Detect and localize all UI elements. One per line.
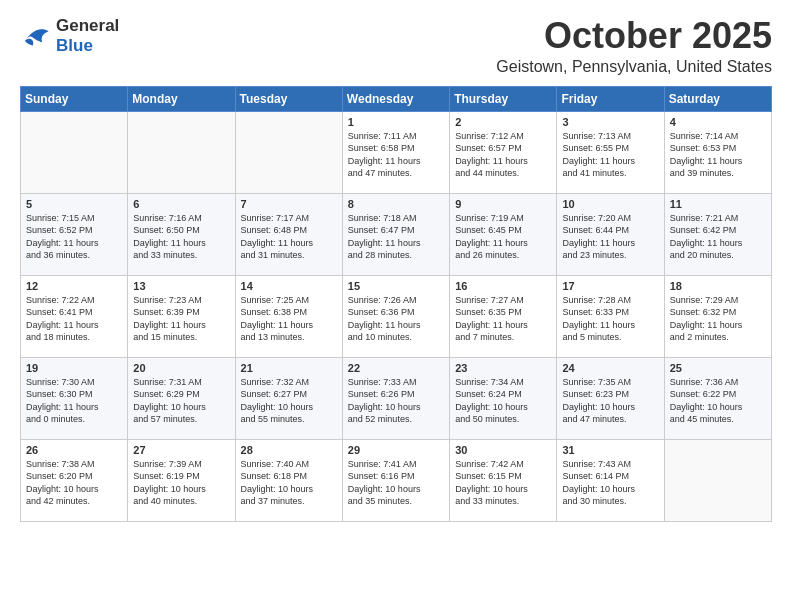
logo-bird-icon	[20, 22, 52, 50]
calendar-day-28: 28Sunrise: 7:40 AM Sunset: 6:18 PM Dayli…	[235, 439, 342, 521]
day-number: 18	[670, 280, 766, 292]
calendar-empty-cell	[664, 439, 771, 521]
calendar-day-19: 19Sunrise: 7:30 AM Sunset: 6:30 PM Dayli…	[21, 357, 128, 439]
day-number: 20	[133, 362, 229, 374]
day-info: Sunrise: 7:19 AM Sunset: 6:45 PM Dayligh…	[455, 212, 551, 262]
day-number: 24	[562, 362, 658, 374]
weekday-header-saturday: Saturday	[664, 86, 771, 111]
day-info: Sunrise: 7:32 AM Sunset: 6:27 PM Dayligh…	[241, 376, 337, 426]
calendar-empty-cell	[128, 111, 235, 193]
day-info: Sunrise: 7:38 AM Sunset: 6:20 PM Dayligh…	[26, 458, 122, 508]
calendar-day-14: 14Sunrise: 7:25 AM Sunset: 6:38 PM Dayli…	[235, 275, 342, 357]
calendar-day-20: 20Sunrise: 7:31 AM Sunset: 6:29 PM Dayli…	[128, 357, 235, 439]
day-number: 13	[133, 280, 229, 292]
day-number: 11	[670, 198, 766, 210]
day-number: 31	[562, 444, 658, 456]
location-title: Geistown, Pennsylvania, United States	[496, 58, 772, 76]
calendar-day-6: 6Sunrise: 7:16 AM Sunset: 6:50 PM Daylig…	[128, 193, 235, 275]
day-info: Sunrise: 7:33 AM Sunset: 6:26 PM Dayligh…	[348, 376, 444, 426]
weekday-header-sunday: Sunday	[21, 86, 128, 111]
day-number: 14	[241, 280, 337, 292]
calendar-day-9: 9Sunrise: 7:19 AM Sunset: 6:45 PM Daylig…	[450, 193, 557, 275]
calendar-day-25: 25Sunrise: 7:36 AM Sunset: 6:22 PM Dayli…	[664, 357, 771, 439]
calendar-day-26: 26Sunrise: 7:38 AM Sunset: 6:20 PM Dayli…	[21, 439, 128, 521]
calendar-day-24: 24Sunrise: 7:35 AM Sunset: 6:23 PM Dayli…	[557, 357, 664, 439]
month-title: October 2025	[496, 16, 772, 56]
calendar-day-1: 1Sunrise: 7:11 AM Sunset: 6:58 PM Daylig…	[342, 111, 449, 193]
day-info: Sunrise: 7:22 AM Sunset: 6:41 PM Dayligh…	[26, 294, 122, 344]
calendar-empty-cell	[21, 111, 128, 193]
day-number: 9	[455, 198, 551, 210]
calendar-day-17: 17Sunrise: 7:28 AM Sunset: 6:33 PM Dayli…	[557, 275, 664, 357]
day-info: Sunrise: 7:15 AM Sunset: 6:52 PM Dayligh…	[26, 212, 122, 262]
day-number: 15	[348, 280, 444, 292]
day-info: Sunrise: 7:39 AM Sunset: 6:19 PM Dayligh…	[133, 458, 229, 508]
logo-general: General	[56, 16, 119, 36]
calendar-day-23: 23Sunrise: 7:34 AM Sunset: 6:24 PM Dayli…	[450, 357, 557, 439]
calendar-day-29: 29Sunrise: 7:41 AM Sunset: 6:16 PM Dayli…	[342, 439, 449, 521]
calendar-day-27: 27Sunrise: 7:39 AM Sunset: 6:19 PM Dayli…	[128, 439, 235, 521]
day-info: Sunrise: 7:11 AM Sunset: 6:58 PM Dayligh…	[348, 130, 444, 180]
day-info: Sunrise: 7:29 AM Sunset: 6:32 PM Dayligh…	[670, 294, 766, 344]
logo-blue: Blue	[56, 36, 119, 56]
day-info: Sunrise: 7:28 AM Sunset: 6:33 PM Dayligh…	[562, 294, 658, 344]
day-number: 30	[455, 444, 551, 456]
day-info: Sunrise: 7:36 AM Sunset: 6:22 PM Dayligh…	[670, 376, 766, 426]
day-number: 23	[455, 362, 551, 374]
day-number: 17	[562, 280, 658, 292]
day-info: Sunrise: 7:21 AM Sunset: 6:42 PM Dayligh…	[670, 212, 766, 262]
day-info: Sunrise: 7:23 AM Sunset: 6:39 PM Dayligh…	[133, 294, 229, 344]
day-info: Sunrise: 7:42 AM Sunset: 6:15 PM Dayligh…	[455, 458, 551, 508]
calendar-day-22: 22Sunrise: 7:33 AM Sunset: 6:26 PM Dayli…	[342, 357, 449, 439]
calendar-empty-cell	[235, 111, 342, 193]
calendar-day-13: 13Sunrise: 7:23 AM Sunset: 6:39 PM Dayli…	[128, 275, 235, 357]
calendar-week-row: 5Sunrise: 7:15 AM Sunset: 6:52 PM Daylig…	[21, 193, 772, 275]
calendar-day-5: 5Sunrise: 7:15 AM Sunset: 6:52 PM Daylig…	[21, 193, 128, 275]
calendar-day-16: 16Sunrise: 7:27 AM Sunset: 6:35 PM Dayli…	[450, 275, 557, 357]
day-number: 7	[241, 198, 337, 210]
day-number: 25	[670, 362, 766, 374]
day-number: 28	[241, 444, 337, 456]
day-number: 21	[241, 362, 337, 374]
day-info: Sunrise: 7:35 AM Sunset: 6:23 PM Dayligh…	[562, 376, 658, 426]
day-number: 26	[26, 444, 122, 456]
weekday-header-thursday: Thursday	[450, 86, 557, 111]
day-number: 12	[26, 280, 122, 292]
day-number: 19	[26, 362, 122, 374]
weekday-header-row: SundayMondayTuesdayWednesdayThursdayFrid…	[21, 86, 772, 111]
day-info: Sunrise: 7:14 AM Sunset: 6:53 PM Dayligh…	[670, 130, 766, 180]
day-number: 29	[348, 444, 444, 456]
day-info: Sunrise: 7:41 AM Sunset: 6:16 PM Dayligh…	[348, 458, 444, 508]
day-number: 2	[455, 116, 551, 128]
title-area: October 2025 Geistown, Pennsylvania, Uni…	[496, 16, 772, 76]
day-info: Sunrise: 7:26 AM Sunset: 6:36 PM Dayligh…	[348, 294, 444, 344]
day-info: Sunrise: 7:25 AM Sunset: 6:38 PM Dayligh…	[241, 294, 337, 344]
calendar-week-row: 26Sunrise: 7:38 AM Sunset: 6:20 PM Dayli…	[21, 439, 772, 521]
calendar-day-11: 11Sunrise: 7:21 AM Sunset: 6:42 PM Dayli…	[664, 193, 771, 275]
calendar-day-30: 30Sunrise: 7:42 AM Sunset: 6:15 PM Dayli…	[450, 439, 557, 521]
day-number: 3	[562, 116, 658, 128]
day-number: 27	[133, 444, 229, 456]
day-info: Sunrise: 7:43 AM Sunset: 6:14 PM Dayligh…	[562, 458, 658, 508]
calendar-day-21: 21Sunrise: 7:32 AM Sunset: 6:27 PM Dayli…	[235, 357, 342, 439]
weekday-header-tuesday: Tuesday	[235, 86, 342, 111]
day-info: Sunrise: 7:13 AM Sunset: 6:55 PM Dayligh…	[562, 130, 658, 180]
day-number: 8	[348, 198, 444, 210]
header: General Blue October 2025 Geistown, Penn…	[20, 16, 772, 76]
calendar-week-row: 12Sunrise: 7:22 AM Sunset: 6:41 PM Dayli…	[21, 275, 772, 357]
day-number: 10	[562, 198, 658, 210]
calendar-day-8: 8Sunrise: 7:18 AM Sunset: 6:47 PM Daylig…	[342, 193, 449, 275]
calendar-table: SundayMondayTuesdayWednesdayThursdayFrid…	[20, 86, 772, 522]
weekday-header-wednesday: Wednesday	[342, 86, 449, 111]
day-number: 6	[133, 198, 229, 210]
day-info: Sunrise: 7:16 AM Sunset: 6:50 PM Dayligh…	[133, 212, 229, 262]
day-number: 16	[455, 280, 551, 292]
day-info: Sunrise: 7:34 AM Sunset: 6:24 PM Dayligh…	[455, 376, 551, 426]
day-info: Sunrise: 7:31 AM Sunset: 6:29 PM Dayligh…	[133, 376, 229, 426]
calendar-day-3: 3Sunrise: 7:13 AM Sunset: 6:55 PM Daylig…	[557, 111, 664, 193]
logo: General Blue	[20, 16, 119, 56]
day-number: 22	[348, 362, 444, 374]
day-info: Sunrise: 7:30 AM Sunset: 6:30 PM Dayligh…	[26, 376, 122, 426]
day-number: 4	[670, 116, 766, 128]
weekday-header-friday: Friday	[557, 86, 664, 111]
